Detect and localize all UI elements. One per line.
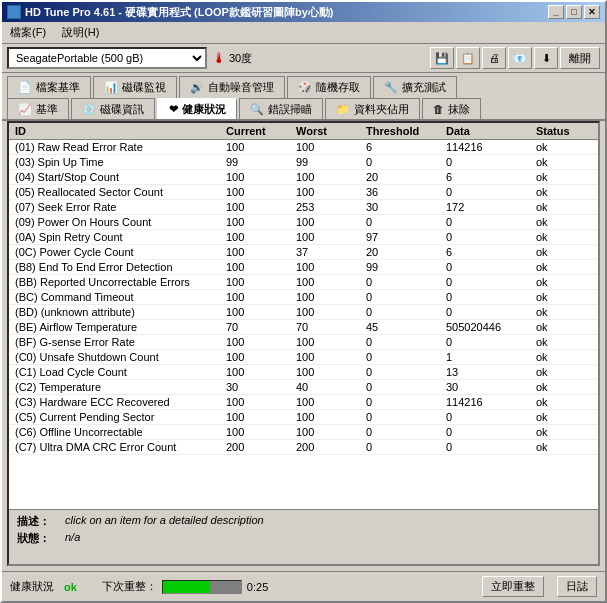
log-button[interactable]: 日誌: [557, 576, 597, 597]
table-row[interactable]: (0C) Power Cycle Count 100 37 20 6 ok: [9, 245, 598, 260]
cell-status: ok: [534, 321, 594, 333]
cell-worst: 100: [294, 396, 364, 408]
table-row[interactable]: (C0) Unsafe Shutdown Count 100 100 0 1 o…: [9, 350, 598, 365]
cell-threshold: 0: [364, 396, 444, 408]
icon-btn-2[interactable]: 📋: [456, 47, 480, 69]
tab-disk-monitor[interactable]: 📊 磁碟監視: [93, 76, 177, 98]
tab-file-benchmark[interactable]: 📄 檔案基準: [7, 76, 91, 98]
table-row[interactable]: (01) Raw Read Error Rate 100 100 6 11421…: [9, 140, 598, 155]
cell-status: ok: [534, 186, 594, 198]
close-button[interactable]: ✕: [584, 5, 600, 19]
table-row[interactable]: (09) Power On Hours Count 100 100 0 0 ok: [9, 215, 598, 230]
cell-data: 0: [444, 216, 534, 228]
cell-current: 100: [224, 231, 294, 243]
desc-row-description: 描述： click on an item for a detailed desc…: [17, 514, 590, 529]
restart-button[interactable]: 立即重整: [482, 576, 544, 597]
table-row[interactable]: (C2) Temperature 30 40 0 30 ok: [9, 380, 598, 395]
cell-threshold: 0: [364, 351, 444, 363]
cell-status: ok: [534, 396, 594, 408]
cell-id: (01) Raw Read Error Rate: [13, 141, 224, 153]
next-restart-group: 下次重整： 0:25: [102, 579, 268, 594]
cell-data: 114216: [444, 141, 534, 153]
table-row[interactable]: (0A) Spin Retry Count 100 100 97 0 ok: [9, 230, 598, 245]
cell-threshold: 0: [364, 426, 444, 438]
cell-current: 100: [224, 216, 294, 228]
desc-label: 描述：: [17, 514, 57, 529]
icon-btn-5[interactable]: ⬇: [534, 47, 558, 69]
cell-status: ok: [534, 216, 594, 228]
drive-selector[interactable]: SeagatePortable (500 gB): [7, 47, 207, 69]
tab-benchmark[interactable]: 📈 基準: [7, 98, 69, 119]
icon-btn-3[interactable]: 🖨: [482, 47, 506, 69]
menu-help[interactable]: 說明(H): [58, 24, 103, 41]
cell-threshold: 97: [364, 231, 444, 243]
tab-folder-usage[interactable]: 📁 資料夾佔用: [325, 98, 420, 119]
tab-disk-monitor-label: 磁碟監視: [122, 80, 166, 95]
table-row[interactable]: (BC) Command Timeout 100 100 0 0 ok: [9, 290, 598, 305]
cell-worst: 100: [294, 411, 364, 423]
tab-extended-test[interactable]: 🔧 擴充測試: [373, 76, 457, 98]
table-row[interactable]: (C6) Offline Uncorrectable 100 100 0 0 o…: [9, 425, 598, 440]
table-row[interactable]: (C3) Hardware ECC Recovered 100 100 0 11…: [9, 395, 598, 410]
table-row[interactable]: (03) Spin Up Time 99 99 0 0 ok: [9, 155, 598, 170]
cell-worst: 100: [294, 231, 364, 243]
menu-file[interactable]: 檔案(F): [6, 24, 50, 41]
cell-current: 99: [224, 156, 294, 168]
col-data-header: Data: [444, 125, 534, 137]
table-row[interactable]: (05) Reallocated Sector Count 100 100 36…: [9, 185, 598, 200]
cell-id: (BD) (unknown attribute): [13, 306, 224, 318]
tab-erase[interactable]: 🗑 抹除: [422, 98, 481, 119]
status-label: 狀態：: [17, 531, 57, 546]
cell-id: (0A) Spin Retry Count: [13, 231, 224, 243]
cell-status: ok: [534, 276, 594, 288]
cell-status: ok: [534, 306, 594, 318]
tab-noise-manage-label: 自動噪音管理: [208, 80, 274, 95]
icon-btn-4[interactable]: 📧: [508, 47, 532, 69]
cell-threshold: 0: [364, 156, 444, 168]
cell-worst: 37: [294, 246, 364, 258]
leave-button[interactable]: 離開: [560, 47, 600, 69]
table-row[interactable]: (04) Start/Stop Count 100 100 20 6 ok: [9, 170, 598, 185]
tab-health[interactable]: ❤ 健康狀況: [157, 98, 237, 119]
tab-error-scan-icon: 🔍: [250, 103, 264, 116]
table-row[interactable]: (BE) Airflow Temperature 70 70 45 505020…: [9, 320, 598, 335]
cell-worst: 70: [294, 321, 364, 333]
table-row[interactable]: (C5) Current Pending Sector 100 100 0 0 …: [9, 410, 598, 425]
tab-erase-icon: 🗑: [433, 103, 444, 115]
minimize-button[interactable]: _: [548, 5, 564, 19]
cell-id: (B8) End To End Error Detection: [13, 261, 224, 273]
tab-error-scan[interactable]: 🔍 錯誤掃瞄: [239, 98, 323, 119]
temperature-icon: 🌡: [212, 50, 226, 66]
cell-current: 100: [224, 411, 294, 423]
cell-id: (03) Spin Up Time: [13, 156, 224, 168]
table-row[interactable]: (BB) Reported Uncorrectable Errors 100 1…: [9, 275, 598, 290]
cell-threshold: 99: [364, 261, 444, 273]
cell-data: 30: [444, 381, 534, 393]
table-row[interactable]: (BF) G-sense Error Rate 100 100 0 0 ok: [9, 335, 598, 350]
cell-status: ok: [534, 366, 594, 378]
cell-id: (BE) Airflow Temperature: [13, 321, 224, 333]
table-row[interactable]: (C7) Ultra DMA CRC Error Count 200 200 0…: [9, 440, 598, 455]
desc-text: click on an item for a detailed descript…: [65, 514, 264, 529]
icon-btn-1[interactable]: 💾: [430, 47, 454, 69]
cell-data: 1: [444, 351, 534, 363]
table-row[interactable]: (07) Seek Error Rate 100 253 30 172 ok: [9, 200, 598, 215]
col-status-header: Status: [534, 125, 594, 137]
cell-worst: 100: [294, 171, 364, 183]
col-current-header: Current: [224, 125, 294, 137]
table-row[interactable]: (C1) Load Cycle Count 100 100 0 13 ok: [9, 365, 598, 380]
cell-current: 70: [224, 321, 294, 333]
table-row[interactable]: (BD) (unknown attribute) 100 100 0 0 ok: [9, 305, 598, 320]
temperature-value: 30度: [229, 51, 252, 66]
cell-status: ok: [534, 381, 594, 393]
maximize-button[interactable]: □: [566, 5, 582, 19]
tab-file-benchmark-label: 檔案基準: [36, 80, 80, 95]
tab-extended-test-label: 擴充測試: [402, 80, 446, 95]
tab-random-access[interactable]: 🎲 隨機存取: [287, 76, 371, 98]
tab-noise-manage[interactable]: 🔊 自動噪音管理: [179, 76, 285, 98]
tab-disk-info[interactable]: 💿 磁碟資訊: [71, 98, 155, 119]
table-row[interactable]: (B8) End To End Error Detection 100 100 …: [9, 260, 598, 275]
cell-threshold: 30: [364, 201, 444, 213]
cell-id: (05) Reallocated Sector Count: [13, 186, 224, 198]
cell-worst: 40: [294, 381, 364, 393]
